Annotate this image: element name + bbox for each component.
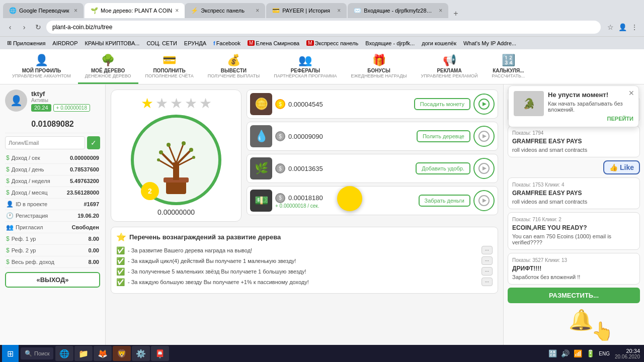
tray-clock: 20:34 20.06.2020 — [613, 348, 642, 359]
stat-ref1-label: $ Реф. 1 ур — [6, 235, 36, 242]
tab-close-1[interactable]: × — [74, 7, 77, 14]
action-center-1: $ 0.00004545 — [275, 99, 411, 109]
profile-icon[interactable]: 👤 — [617, 22, 628, 33]
ad-desc-4: Заработок без вложений !! — [512, 274, 635, 280]
svg-point-14 — [182, 141, 186, 145]
logout-button[interactable]: «ВЫХОД» — [5, 272, 100, 288]
bookmark-dogi[interactable]: доги кошелёк — [419, 39, 459, 47]
bookmark-erunda[interactable]: ЕРУНДА — [181, 39, 209, 47]
toolbar-icons: ☆ 👤 ⋮ — [605, 22, 640, 33]
bookmark-elena[interactable]: M Елена Смирнова — [245, 39, 302, 47]
address-bar[interactable] — [46, 21, 601, 34]
fertilizer-icon: 🌿 — [255, 162, 268, 175]
taskbar-app-settings[interactable]: ⚙️ — [132, 346, 150, 361]
gray-coin-2: $ — [275, 131, 285, 141]
taskbar-app-firefox[interactable]: 🦊 — [94, 346, 112, 361]
taskbar-search-text: Поиск — [34, 350, 49, 356]
ad-views-value-1: 1794 — [532, 130, 543, 136]
nav-deposit[interactable]: 💳 ПОПОЛНИТЬ ПОПОЛНЕНИЕ СЧЁТА — [138, 49, 201, 84]
bookmark-apps[interactable]: ⊞ Приложения — [4, 39, 48, 47]
nav-withdraw[interactable]: 💰 ВЫВЕСТИ ПОЛУЧЕНИЕ ВЫПЛАТЫ — [201, 49, 267, 84]
tab-close-2[interactable]: × — [175, 7, 179, 14]
star-icon[interactable]: ☆ — [605, 22, 616, 33]
user-card: 👤 tktyf Активы 20.24 + 0.00000018 — [5, 89, 100, 112]
popup-text-area: Не упусти момент! Как начать зарабатыват… — [548, 91, 633, 122]
reward-check-4: ✅ — [116, 278, 125, 286]
tab-title-3: Экспресс панель — [201, 8, 253, 14]
tab-plant-coin[interactable]: 🌱 Мое дерево: PLANT A COIN × — [85, 3, 185, 18]
taskbar-app-mail[interactable]: 📮 — [151, 346, 169, 361]
tab-close-4[interactable]: × — [337, 7, 341, 14]
reward-more-3[interactable]: ··· — [481, 267, 493, 276]
nav-referrals[interactable]: 👥 РЕФЕРАЛЫ ПАРТНЁРСКАЯ ПРОГРАММА — [267, 49, 344, 84]
popup-content: 🐊 Не упусти момент! Как начать зарабатыв… — [514, 91, 633, 122]
withdraw-circle-btn[interactable] — [473, 190, 495, 211]
stat-reg: 🕐 Регистрация 19.06.20 — [5, 210, 100, 222]
tab-payeer[interactable]: 💳 PAYEER | История × — [266, 3, 347, 18]
menu-icon[interactable]: ⋮ — [629, 22, 640, 33]
taskbar-search-area[interactable]: 🔍 Поиск — [21, 347, 53, 359]
tab-close-3[interactable]: × — [256, 7, 259, 14]
thumbs-up-icon: 👍 — [609, 163, 618, 171]
withdraw-icon-box: 💵 — [250, 190, 272, 212]
fertilizer-circle-btn[interactable] — [473, 158, 495, 179]
tray-battery-icon[interactable]: 🔋 — [585, 349, 596, 357]
plant-arrow-icon — [478, 99, 490, 110]
popup-link[interactable]: ПЕРЕЙТИ — [607, 116, 633, 122]
nav-bonuses[interactable]: 🎁 БОНУСЫ ЕЖЕДНЕВНЫЕ НАГРАДЫ — [344, 49, 414, 84]
check-button[interactable]: ✓ — [87, 136, 100, 149]
profile-nav-icon: 👤 — [35, 54, 48, 67]
bookmark-label-inbox: Входящие - djrpfk... — [365, 40, 415, 46]
like-button[interactable]: 👍 Like — [603, 160, 640, 174]
bookmark-inbox[interactable]: Входящие - djrpfk... — [362, 39, 418, 47]
plant-coin-circle-btn[interactable] — [473, 94, 495, 115]
popup-close-button[interactable]: ✕ — [628, 89, 634, 97]
tab-express[interactable]: ⚡ Экспресс панель × — [185, 3, 265, 18]
place-ad-button[interactable]: РАЗМЕСТИТЬ... — [508, 288, 640, 303]
bookmark-soc[interactable]: СОЦ. СЕТИ — [143, 39, 180, 47]
water-tree-button[interactable]: Полить деревце — [417, 130, 470, 142]
nav-ads-label: РЕКЛАМА — [437, 68, 461, 73]
stat-invited: 👥 Пригласил Свободен — [5, 222, 100, 233]
reward-more-4[interactable]: ··· — [481, 278, 493, 286]
tray-lang-icon[interactable]: 🔠 — [547, 349, 558, 357]
nav-ads[interactable]: 📢 РЕКЛАМА УПРАВЛЕНИЕ РЕКЛАМОЙ — [414, 49, 485, 84]
stat-id-label: 👤 ID в проекте — [6, 201, 47, 208]
tree-nav-icon: 🌳 — [101, 54, 115, 67]
taskbar: ⊞ 🔍 Поиск 🌐 📁 🦊 🦁 ⚙️ 📮 🔠 🔊 📶 🔋 ENG 20:34… — [0, 345, 644, 362]
refresh-button[interactable]: ↻ — [32, 21, 44, 33]
withdraw-money-button[interactable]: Забрать деньги — [419, 195, 470, 207]
bookmark-fb[interactable]: f Facebook — [210, 39, 244, 47]
nav-deposit-sublabel: ПОПОЛНЕНИЕ СЧЁТА — [145, 73, 194, 78]
action-center-3: $ 0.00013635 — [275, 163, 413, 173]
taskbar-app-brave[interactable]: 🦁 — [113, 346, 131, 361]
ad-views-value-2: 1753 — [532, 182, 543, 188]
plant-coin-button[interactable]: Посадить монету — [414, 98, 470, 110]
bookmark-ip[interactable]: What's My IP Addre... — [460, 39, 519, 47]
action-amount-2: 0.00009090 — [288, 133, 323, 140]
tab-close-5[interactable]: × — [439, 7, 442, 14]
login-input[interactable] — [5, 136, 85, 149]
like-label: Like — [620, 163, 634, 171]
nav-calc-label: КАЛЬКУЛЯ... — [493, 68, 524, 73]
tray-network-icon[interactable]: 📶 — [573, 349, 583, 357]
forward-button[interactable]: › — [18, 21, 30, 33]
nav-tree[interactable]: 🌳 МОЁ ДЕРЕВО ДЕНЕЖНОЕ ДЕРЕВО — [78, 49, 138, 84]
fertilizer-button[interactable]: Добавить удобр. — [416, 162, 470, 174]
taskbar-app-chrome[interactable]: 🌐 — [55, 346, 73, 361]
bookmark-krany[interactable]: КРАНЫ КРИПТОВА... — [82, 39, 142, 47]
reward-more-2[interactable]: ··· — [481, 256, 493, 265]
tab-mail[interactable]: ✉️ Входящие - djrpfkmyfz28@gm... × — [348, 3, 448, 18]
back-button[interactable]: ‹ — [4, 21, 16, 33]
reward-more-1[interactable]: ··· — [481, 246, 493, 254]
new-tab-button[interactable]: + — [449, 9, 462, 18]
water-tree-circle-btn[interactable] — [473, 126, 495, 147]
bookmark-express[interactable]: M Экспресс панель — [303, 39, 361, 47]
nav-profile[interactable]: 👤 МОЙ ПРОФИЛЬ УПРАВЛЕНИЕ АККАУНТОМ — [5, 49, 78, 84]
bookmark-airdrop[interactable]: AIRDROP — [49, 39, 80, 47]
tray-volume-icon[interactable]: 🔊 — [560, 349, 571, 357]
taskbar-app-folder[interactable]: 📁 — [74, 346, 93, 361]
nav-calc[interactable]: 🔢 КАЛЬКУЛЯ... РАССЧИТАТЬ... — [485, 49, 532, 84]
start-button[interactable]: ⊞ — [2, 345, 19, 362]
tab-google-translate[interactable]: 🌐 Google Переводчик × — [3, 3, 84, 18]
